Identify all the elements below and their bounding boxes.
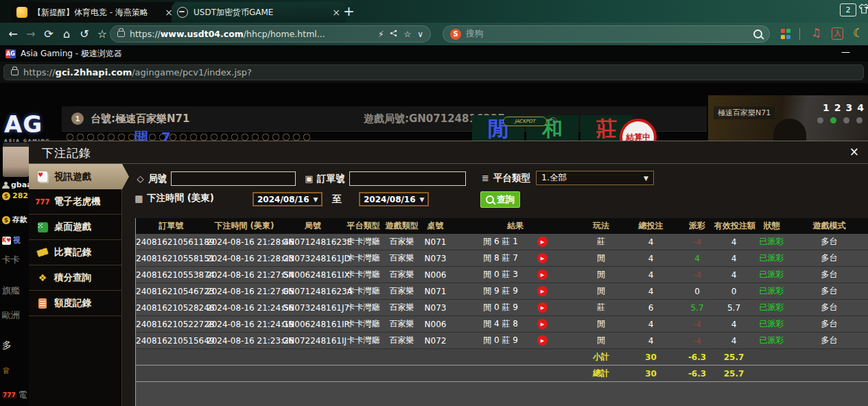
minimize-icon[interactable]: —: [864, 1, 868, 12]
sidebar-item-電子老虎機[interactable]: 電子老虎機: [29, 189, 121, 215]
status-cell: 已派彩: [753, 285, 790, 297]
valid-bet-cell: 5.7: [714, 303, 753, 313]
platform-select[interactable]: 1.全部 ▼: [536, 171, 654, 185]
slots-777-icon: 777: [2, 392, 16, 398]
summary-label: 小計: [580, 351, 622, 363]
play-video-icon[interactable]: ▶: [537, 286, 548, 296]
play-video-icon[interactable]: ▶: [537, 302, 548, 313]
live-video-thumbnail[interactable]: 極速百家樂N71 1234: [708, 95, 868, 141]
deposit-button[interactable]: $ 存款: [2, 215, 27, 225]
camera-dot: [830, 117, 836, 123]
history-icon[interactable]: ↺: [75, 27, 93, 40]
tab-usdt-game[interactable]: USDT加密货币GAME ×: [172, 2, 346, 23]
tab-count-badge[interactable]: 2: [840, 3, 856, 16]
iframe-url-text: https://gci.2hhapi.com/agingame/pcv1/ind…: [23, 67, 252, 77]
pdf-icon[interactable]: 入: [832, 27, 843, 40]
sidebar-item-比賽記錄[interactable]: 比賽記錄: [29, 240, 121, 265]
back-icon[interactable]: ←: [4, 27, 22, 40]
rewards-menu[interactable]: ♕: [2, 366, 10, 376]
jackpot-help-icon[interactable]: ?: [549, 117, 557, 126]
mode-cell: 多台: [790, 269, 868, 280]
hall-kaka[interactable]: 卡卡: [2, 254, 20, 266]
order-cell: 240816210558151: [136, 254, 207, 263]
payout-cell: -4: [680, 336, 714, 346]
address-bar[interactable]: https://www.usdt04.com/hhcp/home.html...…: [110, 25, 431, 43]
game-type-cell: 百家樂: [383, 318, 421, 330]
mode-cell: 多台: [790, 236, 868, 248]
sidebar-item-桌面遊戲[interactable]: 桌面遊戲: [29, 215, 121, 240]
jackpot-badge: JACKPOT: [503, 117, 547, 126]
trophy-icon: ♕: [2, 366, 10, 376]
sidebar-item-視訊遊戲[interactable]: 視訊遊戲: [29, 164, 129, 189]
search-button[interactable]: 查詢: [480, 191, 520, 208]
camera-number[interactable]: 4: [857, 102, 864, 113]
deposit-label: 存款: [12, 215, 27, 225]
valid-bet-cell: 4: [714, 237, 753, 247]
close-icon[interactable]: ×: [332, 7, 340, 18]
time-cell: 2024-08-16 21:24:19: [207, 320, 282, 329]
search-icon[interactable]: [753, 29, 762, 38]
video-games-menu[interactable]: K♥ 視: [2, 235, 21, 246]
date-to-picker[interactable]: 2024/08/16 ▼: [359, 192, 429, 206]
order-input[interactable]: [349, 171, 466, 186]
summary-payout: -6.3: [680, 353, 714, 362]
camera-number[interactable]: 2: [834, 102, 841, 113]
valid-bet-cell: 0: [714, 287, 753, 296]
play-video-icon[interactable]: ▶: [537, 270, 548, 280]
music-icon[interactable]: ♫: [811, 26, 821, 39]
round-input[interactable]: [171, 171, 296, 186]
flash-icon[interactable]: ⚡: [378, 29, 384, 39]
camera-number[interactable]: 1: [823, 102, 830, 113]
night-mode-icon[interactable]: ☾: [853, 26, 863, 40]
play-video-icon[interactable]: ▶: [537, 253, 548, 263]
window-minimize-icon[interactable]: —: [841, 47, 850, 57]
deposit-icon: $: [2, 216, 10, 224]
forward-icon[interactable]: →: [22, 27, 40, 40]
date-from-picker[interactable]: 2024/08/16 ▼: [253, 192, 322, 206]
favorite-star-icon[interactable]: ☆: [403, 29, 411, 39]
lock-icon: [117, 31, 125, 37]
result-text: 閒 0 莊 3: [483, 269, 518, 280]
slots-menu[interactable]: 777 電: [2, 389, 27, 401]
iframe-address-bar[interactable]: https://gci.2hhapi.com/agingame/pcv1/ind…: [3, 64, 864, 80]
tab-sports[interactable]: 【新提醒】体育电竞 - 海燕策略 ×: [11, 2, 178, 23]
total-bet-cell: 4: [622, 254, 680, 263]
game-type-cell: 百家樂: [383, 285, 421, 297]
camera-indicator-dots: [817, 117, 863, 123]
payout-cell: 4: [680, 254, 714, 263]
dice-icon: [36, 222, 49, 232]
hall-europe[interactable]: 歐洲: [2, 309, 20, 322]
game-type-cell: 百家樂: [383, 236, 421, 248]
balance: 282.: [12, 191, 29, 200]
hall-flagship[interactable]: 旗艦: [2, 285, 20, 297]
close-icon[interactable]: ×: [849, 146, 859, 158]
total-bet-cell: 4: [622, 336, 680, 346]
chevron-down-icon[interactable]: ∨: [417, 29, 423, 39]
camera-number[interactable]: 3: [846, 102, 853, 113]
camera-number-tabs[interactable]: 1234: [823, 102, 864, 113]
valid-bet-cell: 4: [714, 336, 753, 346]
play-video-icon[interactable]: ▶: [537, 237, 548, 247]
share-icon[interactable]: [390, 29, 397, 39]
search-bar[interactable]: S 搜狗: [443, 25, 770, 43]
new-tab-button[interactable]: +: [343, 3, 355, 19]
avatar[interactable]: [3, 143, 29, 177]
column-header: 派彩: [680, 220, 714, 232]
apps-grid-icon[interactable]: [781, 29, 791, 39]
platform-cell: 卡卡灣廳: [344, 269, 383, 280]
bookmark-star-icon[interactable]: ☆: [93, 27, 111, 40]
multi-table-menu[interactable]: 多: [2, 339, 12, 352]
reload-icon[interactable]: ⟳: [40, 27, 58, 40]
sidebar-item-積分查詢[interactable]: 積分查詢: [29, 265, 121, 291]
browser-toolbar: ← → ⟳ ⌂ ↺ ☆ https://www.usdt04.com/hhcp/…: [0, 23, 868, 45]
slots-777-icon: [36, 196, 49, 207]
search-icon: [486, 195, 494, 204]
mode-cell: 多台: [790, 252, 868, 264]
game-type-cell: 百家樂: [383, 335, 421, 346]
sidebar-item-額度記錄[interactable]: 額度記錄: [29, 291, 121, 316]
play-video-icon[interactable]: ▶: [537, 335, 548, 346]
valid-bet-cell: 4: [714, 320, 753, 329]
play-video-icon[interactable]: ▶: [537, 319, 548, 329]
home-icon[interactable]: ⌂: [58, 27, 75, 40]
game-type-cell: 百家樂: [383, 269, 421, 280]
